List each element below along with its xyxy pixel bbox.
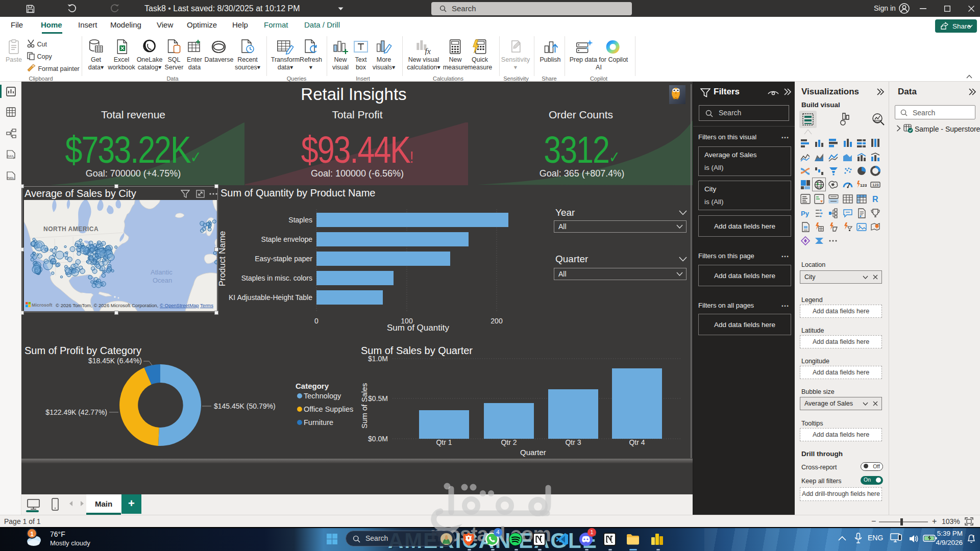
svg-text:$122.49K (42.77%): $122.49K (42.77%) — [45, 408, 107, 416]
svg-text:Staple envelope: Staple envelope — [261, 235, 313, 243]
svg-text:Office Supplies: Office Supplies — [304, 405, 353, 413]
svg-text:R: R — [872, 195, 878, 204]
svg-text:123: 123 — [872, 183, 879, 187]
svg-text:Easy-staple paper: Easy-staple paper — [255, 255, 312, 263]
svg-text:$0.0M: $0.0M — [368, 435, 388, 443]
svg-text:Qtr 4: Qtr 4 — [629, 438, 645, 446]
svg-text:z: z — [972, 534, 974, 538]
svg-text:200: 200 — [491, 317, 503, 325]
svg-text:Qtr 3: Qtr 3 — [565, 438, 581, 446]
svg-text:Py: Py — [801, 210, 810, 217]
svg-text:fx: fx — [425, 47, 431, 55]
svg-text:Category: Category — [296, 382, 329, 390]
svg-text:TMDL: TMDL — [7, 177, 14, 180]
svg-text:Staples in misc. colors: Staples in misc. colors — [241, 274, 312, 282]
svg-text:123: 123 — [860, 183, 867, 188]
svg-text:Furniture: Furniture — [304, 418, 333, 427]
svg-text:$1.0M: $1.0M — [368, 355, 388, 363]
svg-text:DAX: DAX — [8, 155, 14, 158]
svg-text:$0.5M: $0.5M — [368, 394, 388, 403]
svg-text:$145.45K (50.79%): $145.45K (50.79%) — [214, 402, 276, 410]
svg-text:Qtr 2: Qtr 2 — [501, 438, 517, 446]
svg-text:Technology: Technology — [304, 392, 341, 400]
svg-text:KI Adjustable-Height Table: KI Adjustable-Height Table — [229, 293, 312, 302]
svg-text:Qtr 1: Qtr 1 — [436, 438, 452, 446]
svg-text:$18.45K (6.44%): $18.45K (6.44%) — [88, 357, 142, 365]
svg-text:Staples: Staples — [288, 216, 312, 224]
svg-text:0: 0 — [314, 317, 318, 325]
